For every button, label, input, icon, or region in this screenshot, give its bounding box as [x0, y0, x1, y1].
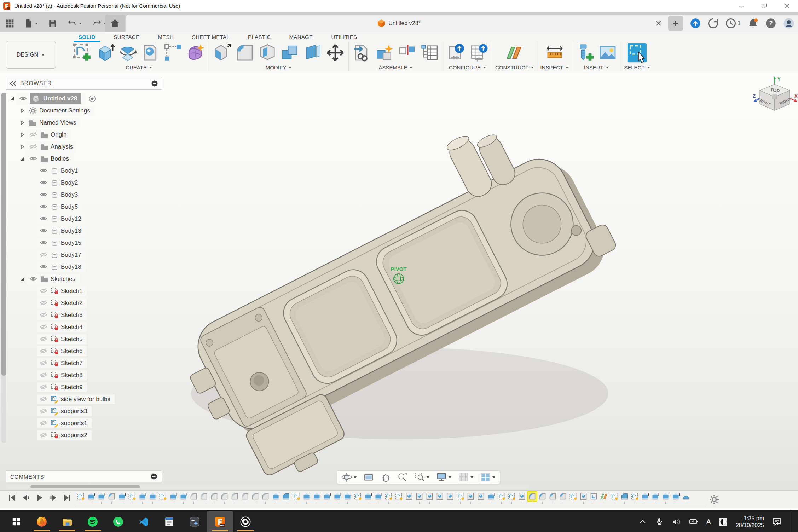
tab-solid[interactable]: SOLID	[69, 32, 104, 42]
form-button[interactable]	[185, 42, 206, 63]
viewports-button[interactable]	[479, 471, 496, 483]
pattern-button[interactable]	[163, 42, 183, 63]
visibility-off-eye-icon[interactable]	[39, 287, 48, 295]
timeline-feature-sketch-0[interactable]	[76, 492, 86, 504]
visibility-on-eye-icon[interactable]	[39, 227, 48, 235]
tree-item[interactable]: Body1	[37, 166, 82, 176]
group-label-create[interactable]: CREATE	[126, 64, 152, 71]
timeline-feature-extrude-19[interactable]	[271, 492, 281, 504]
hidden-icons-chevron-icon[interactable]	[638, 517, 647, 526]
extensions-icon[interactable]	[690, 18, 701, 29]
tree-item[interactable]: Body2	[37, 178, 82, 188]
home-button[interactable]	[105, 15, 125, 32]
timeline-feature-extrude-26[interactable]	[342, 492, 353, 504]
visibility-off-eye-icon[interactable]	[39, 383, 48, 391]
tab-utilities[interactable]: UTILITIES	[322, 32, 366, 42]
timeline-feature-fillet-gray-15[interactable]	[230, 492, 240, 504]
timeline-feature-fillet-3[interactable]	[106, 492, 117, 504]
timeline-feature-fillet-gray-13[interactable]	[209, 492, 219, 504]
tab-mesh[interactable]: MESH	[149, 32, 183, 42]
undo-button[interactable]	[66, 18, 83, 29]
save-button[interactable]	[47, 17, 59, 29]
group-label-configure[interactable]: CONFIGURE	[449, 64, 486, 71]
fit-button[interactable]	[414, 471, 430, 483]
tree-item[interactable]: Body5	[37, 202, 82, 212]
timeline-feature-sketch-21[interactable]	[291, 492, 301, 504]
timeline-feature-hole-49[interactable]	[578, 492, 589, 504]
canvas-image-button[interactable]	[597, 42, 618, 63]
measure-button[interactable]	[544, 42, 565, 63]
tree-item[interactable]: Sketch2	[37, 298, 87, 308]
grid-button[interactable]	[457, 471, 474, 483]
tab-sheet-metal[interactable]: SHEET METAL	[183, 32, 239, 42]
volume-icon[interactable]	[672, 517, 681, 526]
visibility-off-eye-icon[interactable]	[39, 407, 48, 415]
notifications-bell-icon[interactable]	[748, 18, 758, 29]
select-window-button[interactable]	[627, 42, 647, 63]
timeline-feature-extrude-55[interactable]	[640, 492, 650, 504]
new-component-button[interactable]	[374, 42, 395, 63]
timeline-feature-extrude-2[interactable]	[96, 492, 106, 504]
help-icon[interactable]: ?	[765, 18, 776, 29]
taskbar-vscode-button[interactable]	[131, 511, 156, 532]
timeline-feature-hole-39[interactable]	[476, 492, 486, 504]
collapse-caret-icon[interactable]	[18, 276, 27, 282]
tree-item[interactable]: supports1	[37, 418, 92, 428]
activate-radio-icon[interactable]	[88, 95, 96, 103]
file-versions-button[interactable]: 1	[725, 18, 741, 29]
timeline-feature-extrude-22[interactable]	[301, 492, 312, 504]
job-status-icon[interactable]	[708, 18, 718, 29]
tree-item[interactable]: Bodies	[27, 154, 73, 164]
input-language-indicator[interactable]: A	[706, 518, 711, 526]
taskbar-firefox-button[interactable]	[29, 511, 54, 532]
visibility-off-eye-icon[interactable]	[39, 311, 48, 319]
visibility-off-eye-icon[interactable]	[29, 131, 38, 139]
timeline-feature-extrude-10[interactable]	[178, 492, 189, 504]
display-button[interactable]	[435, 471, 452, 483]
pan-button[interactable]	[380, 471, 392, 483]
tree-item[interactable]: supports3	[37, 406, 92, 416]
view-cube[interactable]: Y TOP FRONT RIGHT X Z	[753, 76, 798, 110]
zoom-button[interactable]	[397, 471, 409, 483]
taskbar-file-explorer-button[interactable]	[54, 511, 80, 532]
tree-item[interactable]: Sketch8	[37, 370, 87, 380]
revolve-button[interactable]	[117, 42, 138, 63]
timeline-feature-sketch-37[interactable]	[455, 492, 466, 504]
tree-item[interactable]: Sketch9	[37, 382, 87, 392]
visibility-off-eye-icon[interactable]	[39, 299, 48, 307]
visibility-off-eye-icon[interactable]	[39, 395, 48, 403]
tree-item[interactable]: Body15	[37, 238, 86, 248]
tree-item[interactable]: side view for bulbs	[37, 394, 115, 404]
close-button[interactable]	[775, 0, 798, 12]
tab-plastic[interactable]: PLASTIC	[239, 32, 280, 42]
theme-app-icon[interactable]	[719, 517, 728, 526]
timeline-feature-extrude-23[interactable]	[312, 492, 322, 504]
taskbar-notepad-button[interactable]	[156, 511, 182, 532]
timeline-feature-sketch-54[interactable]	[630, 492, 640, 504]
tree-item[interactable]: Body3	[37, 190, 82, 200]
timeline-feature-fillet-gray-16[interactable]	[240, 492, 250, 504]
battery-icon[interactable]	[689, 517, 699, 526]
tree-item[interactable]: supports2	[37, 430, 92, 440]
tree-item[interactable]: Named Views	[27, 118, 81, 128]
expand-caret-icon[interactable]	[18, 120, 27, 126]
timeline-feature-extrude-6[interactable]	[137, 492, 148, 504]
timeline-feature-revolve-59[interactable]	[681, 492, 691, 504]
timeline-feature-fillet-gray-18[interactable]	[260, 492, 271, 504]
collapse-caret-icon[interactable]	[8, 96, 16, 102]
press-pull-button[interactable]	[212, 42, 232, 63]
timeline-feature-fillet-45[interactable]	[537, 492, 548, 504]
visibility-on-eye-icon[interactable]	[18, 95, 28, 103]
taskbar-windows-start-button[interactable]	[4, 511, 29, 532]
configuration-button[interactable]	[446, 42, 467, 63]
timeline-feature-sketch-42[interactable]	[507, 492, 517, 504]
group-label-construct[interactable]: CONSTRUCT	[495, 64, 534, 71]
close-document-tab-icon[interactable]	[656, 21, 661, 26]
tab-manage[interactable]: MANAGE	[280, 32, 322, 42]
tree-item[interactable]: Body13	[37, 226, 86, 236]
visibility-off-eye-icon[interactable]	[39, 371, 48, 379]
comments-bar[interactable]: COMMENTS	[6, 470, 162, 482]
timeline-feature-hole-38[interactable]	[466, 492, 476, 504]
fillet-button[interactable]	[235, 42, 255, 63]
timeline-feature-chamfer-20[interactable]	[281, 492, 291, 504]
